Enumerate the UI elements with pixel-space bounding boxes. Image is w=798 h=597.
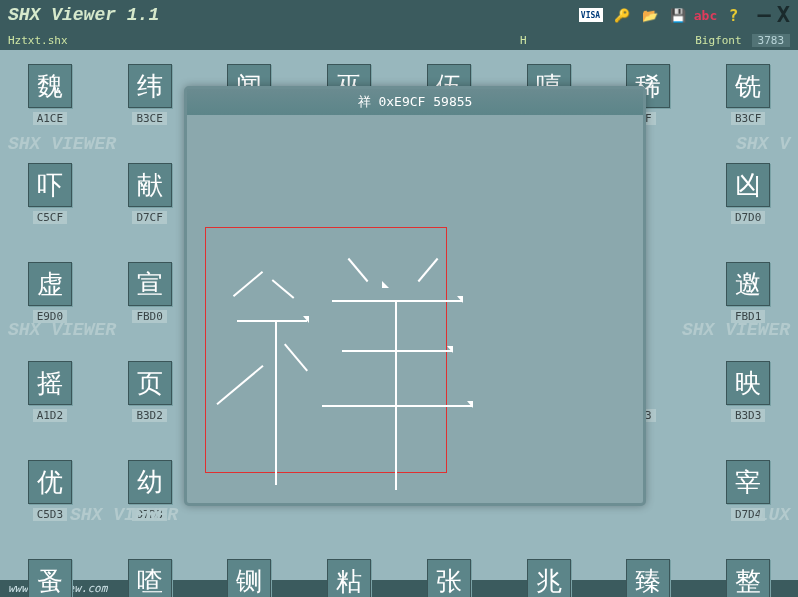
glyph-cell: 纬B3CE <box>113 64 187 125</box>
glyph-button[interactable]: 蚤 <box>28 559 72 597</box>
glyph-code: FBD0 <box>132 310 167 323</box>
glyph-code: B3D3 <box>731 409 766 422</box>
center-label: H <box>352 34 696 47</box>
glyph-button[interactable]: 吓 <box>28 163 72 207</box>
glyph-cell: 页B3D2 <box>113 361 187 422</box>
glyph-button[interactable]: 邀 <box>726 262 770 306</box>
abc-icon[interactable]: abc <box>697 6 715 24</box>
glyph-button[interactable]: 献 <box>128 163 172 207</box>
glyph-code: A1D2 <box>33 409 68 422</box>
glyph-button[interactable]: 臻 <box>626 559 670 597</box>
font-type-label: Bigfont <box>695 34 741 47</box>
dialog-canvas <box>187 115 643 505</box>
open-icon[interactable]: 📂 <box>641 6 659 24</box>
glyph-button[interactable]: 页 <box>128 361 172 405</box>
glyph-cell: 吓C5CF <box>13 163 87 224</box>
preview-dialog[interactable]: 祥 0xE9CF 59855 <box>184 86 646 506</box>
visa-icon[interactable]: VISA <box>579 8 603 22</box>
glyph-button[interactable]: 粘 <box>327 559 371 597</box>
glyph-cell: 整FBD5 <box>711 559 785 597</box>
glyph-cell: 铣B3CF <box>711 64 785 125</box>
glyph-cell: 张C5D5 <box>412 559 486 597</box>
save-icon[interactable]: 💾 <box>669 6 687 24</box>
glyph-button[interactable]: 喳 <box>128 559 172 597</box>
glyph-cell: 映B3D3 <box>711 361 785 422</box>
glyph-cell: 凶D7D0 <box>711 163 785 224</box>
glyph-code: D7CF <box>132 211 167 224</box>
title-bar: SHX Viewer 1.1 VISA 🔑 📂 💾 abc ? — X <box>0 0 798 30</box>
glyph-code: E9D0 <box>33 310 68 323</box>
close-button[interactable]: X <box>777 4 790 26</box>
glyph-cell: 粘B3D5 <box>312 559 386 597</box>
glyph-code: D7D4 <box>731 508 766 521</box>
glyph-cell: 兆D7D5 <box>512 559 586 597</box>
glyph-cell: 献D7CF <box>113 163 187 224</box>
glyph-code: A1CE <box>33 112 68 125</box>
glyph-button[interactable]: 兆 <box>527 559 571 597</box>
glyph-cell: 优C5D3 <box>13 460 87 521</box>
glyph-code: B3CE <box>132 112 167 125</box>
toolbar: VISA 🔑 📂 💾 abc ? <box>579 6 743 24</box>
glyph-button[interactable]: 虚 <box>28 262 72 306</box>
glyph-cell: 喳FBD4 <box>113 559 187 597</box>
glyph-button[interactable]: 铣 <box>726 64 770 108</box>
glyph-button[interactable]: 映 <box>726 361 770 405</box>
glyph-button[interactable]: 凶 <box>726 163 770 207</box>
glyph-code: C5CF <box>33 211 68 224</box>
filename-label: Hztxt.shx <box>8 34 352 47</box>
glyph-cell: 臻E9D5 <box>611 559 685 597</box>
glyph-cell: 虚E9D0 <box>13 262 87 323</box>
glyph-button[interactable]: 宣 <box>128 262 172 306</box>
glyph-cell: 摇A1D2 <box>13 361 87 422</box>
glyph-cell: 铡A1D5 <box>212 559 286 597</box>
glyph-code: D7D0 <box>731 211 766 224</box>
glyph-code: D7D3 <box>132 508 167 521</box>
glyph-button[interactable]: 幼 <box>128 460 172 504</box>
glyph-button[interactable]: 宰 <box>726 460 770 504</box>
glyph-button[interactable]: 铡 <box>227 559 271 597</box>
glyph-cell: 蚤E9D4 <box>13 559 87 597</box>
key-icon[interactable]: 🔑 <box>613 6 631 24</box>
glyph-button[interactable]: 整 <box>726 559 770 597</box>
window-controls: — X <box>758 4 791 26</box>
glyph-cell: 宰D7D4 <box>711 460 785 521</box>
help-icon[interactable]: ? <box>725 6 743 24</box>
glyph-cell: 幼D7D3 <box>113 460 187 521</box>
glyph-cell: 魏A1CE <box>13 64 87 125</box>
count-label: 3783 <box>752 34 791 47</box>
glyph-code: B3D2 <box>132 409 167 422</box>
glyph-cell: 邀FBD1 <box>711 262 785 323</box>
glyph-code: B3CF <box>731 112 766 125</box>
glyph-button[interactable]: 优 <box>28 460 72 504</box>
glyph-button[interactable]: 魏 <box>28 64 72 108</box>
glyph-button[interactable]: 摇 <box>28 361 72 405</box>
glyph-code: C5D3 <box>33 508 68 521</box>
glyph-code: FBD1 <box>731 310 766 323</box>
info-bar: Hztxt.shx H Bigfont 3783 <box>0 30 798 50</box>
glyph-button[interactable]: 张 <box>427 559 471 597</box>
app-title: SHX Viewer 1.1 <box>8 5 579 25</box>
glyph-button[interactable]: 纬 <box>128 64 172 108</box>
dialog-title: 祥 0xE9CF 59855 <box>187 89 643 115</box>
glyph-cell: 宣FBD0 <box>113 262 187 323</box>
minimize-button[interactable]: — <box>758 4 771 26</box>
